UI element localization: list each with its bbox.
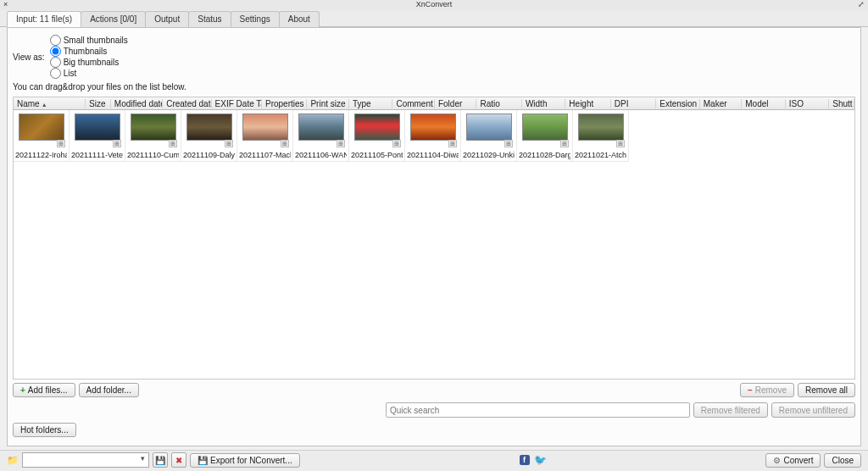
thumbnail-image [19,114,64,141]
thumbnail-item[interactable]: ⊞20211111-Veterans... [70,110,125,162]
window-close-icon[interactable]: × [3,0,8,8]
viewas-option-2[interactable]: Big thumbnails [50,57,128,68]
thumbnail-item[interactable]: ⊞20211021-Atchafal... [573,110,629,162]
column-header-shutt[interactable]: Shutt [829,99,854,108]
thumbnail-badge-icon: ⊞ [281,140,289,147]
thumbnail-item[interactable]: ⊞20211106-WANum... [293,110,349,162]
thumbnail-image [186,114,232,141]
column-header-folder[interactable]: Folder [435,99,477,108]
column-header-width[interactable]: Width [522,99,565,108]
thumbnail-badge-icon: ⊞ [616,140,625,147]
column-header-print-size[interactable]: Print size [307,99,349,108]
viewas-radio-2[interactable] [50,57,61,68]
column-header-model[interactable]: Model [742,99,785,108]
thumbnail-label: 20211122-Irohazak... [15,151,67,159]
folder-icon[interactable]: 📁 [7,455,19,466]
column-header-ratio[interactable]: Ratio [476,99,521,108]
preset-combo[interactable] [22,452,149,468]
quick-search-input[interactable] [386,402,690,418]
gear-icon: ⚙ [773,456,781,465]
thumbnail-badge-icon: ⊞ [57,140,65,147]
thumbnail-item[interactable]: ⊞20211107-MackArc... [237,110,293,162]
window-maximize-icon[interactable]: ⤢ [858,0,865,8]
column-header-exif-date-taken[interactable]: EXIF Date Taken [212,99,262,108]
tab-2[interactable]: Output [145,11,189,27]
thumbnail-image [298,114,344,141]
column-header-type[interactable]: Type [349,99,392,108]
column-header-height[interactable]: Height [565,99,610,108]
viewas-option-0[interactable]: Small thumbnails [50,35,128,46]
viewas-radio-3[interactable] [50,68,61,79]
thumbnail-grid[interactable]: ⊞20211122-Irohazak...⊞20211111-Veterans.… [13,110,855,380]
add-files-button[interactable]: +Add files... [13,383,75,397]
thumbnail-label: 20211021-Atchafal... [575,151,626,159]
thumbnail-badge-icon: ⊞ [113,140,121,147]
column-header-properties[interactable]: Properties [262,99,307,108]
thumbnail-label: 20211106-WANum... [295,151,347,159]
remove-button[interactable]: −Remove [740,383,794,397]
thumbnail-image [242,114,288,141]
floppy-icon: 💾 [198,456,208,465]
remove-unfiltered-button[interactable]: Remove unfiltered [771,402,855,418]
thumbnail-image [578,114,624,141]
viewas-radio-1[interactable] [50,46,61,57]
delete-icon: ✖ [175,456,182,465]
thumbnail-item[interactable]: ⊞20211109-DalyanT... [181,110,237,162]
save-preset-button[interactable]: 💾 [153,452,168,468]
facebook-icon[interactable]: f [520,455,530,465]
add-remove-row: +Add files... Add folder... −Remove Remo… [13,380,855,401]
thumbnail-badge-icon: ⊞ [169,140,177,147]
column-header-iso[interactable]: ISO [786,99,829,108]
remove-filtered-button[interactable]: Remove filtered [693,402,768,418]
column-header-maker[interactable]: Maker [700,99,743,108]
thumbnail-badge-icon: ⊞ [448,140,457,147]
delete-preset-button[interactable]: ✖ [171,452,186,468]
thumbnail-item[interactable]: ⊞20211110-Cumberl... [125,110,181,162]
export-nconvert-button[interactable]: 💾Export for NConvert... [190,453,300,468]
column-header-comment[interactable]: Comment [392,99,435,108]
thumbnail-item[interactable]: ⊞20211122-Irohazak... [14,110,70,162]
main-tabs: Input: 11 file(s)Actions [0/0]OutputStat… [0,10,868,27]
column-header-created-date[interactable]: Created date [163,99,211,108]
column-header-size[interactable]: Size [86,99,111,108]
tab-3[interactable]: Status [188,11,231,27]
thumbnail-item[interactable]: ⊞20211104-DiwaliLi... [405,110,461,162]
hot-folders-row: Hot folders... [13,419,855,441]
twitter-icon[interactable]: 🐦 [535,455,547,465]
add-folder-button[interactable]: Add folder... [79,383,139,397]
hot-folders-button[interactable]: Hot folders... [13,423,76,437]
thumbnail-label: 20211107-MackArc... [239,151,291,159]
thumbnail-label: 20211105-PontRou... [351,151,403,159]
thumbnail-badge-icon: ⊞ [560,140,569,147]
close-button[interactable]: Close [824,453,861,468]
bottom-toolbar: 📁 💾 ✖ 💾Export for NConvert... f 🐦 ⚙Conve… [0,450,868,471]
column-header-dpi[interactable]: DPI [611,99,656,108]
tab-1[interactable]: Actions [0/0] [81,11,146,27]
thumbnail-image [75,114,120,141]
thumbnail-label: 20211110-Cumberl... [127,151,179,159]
viewas-radio-0[interactable] [50,35,61,46]
column-header-modified-date[interactable]: Modified date [111,99,163,108]
social-links: f 🐦 [520,455,547,465]
convert-button[interactable]: ⚙Convert [765,453,821,468]
viewas-option-1[interactable]: Thumbnails [50,46,128,57]
column-headers: Name▲SizeModified dateCreated dateEXIF D… [13,97,855,110]
thumbnail-label: 20211029-Unkindn... [463,151,515,159]
tab-0[interactable]: Input: 11 file(s) [7,11,81,27]
column-header-name[interactable]: Name▲ [14,99,86,108]
tab-5[interactable]: About [279,11,320,27]
thumbnail-item[interactable]: ⊞20211105-PontRou... [349,110,405,162]
remove-all-button[interactable]: Remove all [798,383,855,397]
viewas-option-3[interactable]: List [50,68,128,79]
thumbnail-image [354,114,400,141]
plus-icon: + [20,385,25,395]
view-as-label: View as: [13,53,45,62]
view-as-row: View as: Small thumbnails Thumbnails Big… [13,33,855,80]
window-titlebar: × XnConvert ⤢ [0,0,868,10]
thumbnail-item[interactable]: ⊞20211029-Unkindn... [461,110,517,162]
column-header-extension[interactable]: Extension [656,99,699,108]
thumbnail-badge-icon: ⊞ [225,140,233,147]
thumbnail-item[interactable]: ⊞20211028-Dargavs... [517,110,573,162]
tab-4[interactable]: Settings [231,11,280,27]
window-title: XnConvert [416,0,453,8]
